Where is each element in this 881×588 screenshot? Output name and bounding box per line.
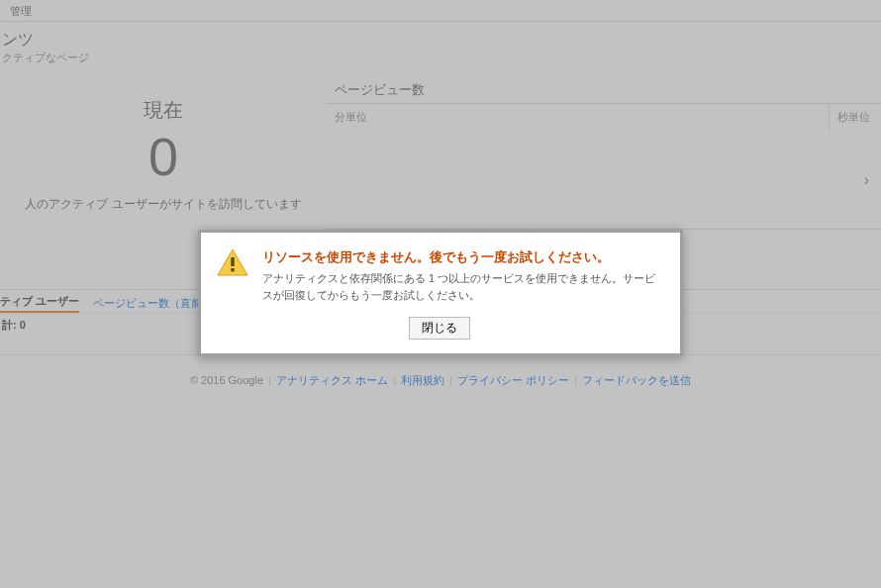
error-dialog: リソースを使用できません。後でもう一度お試しください。 アナリティクスと依存関係…: [198, 230, 683, 356]
close-button[interactable]: 閉じる: [409, 317, 470, 340]
svg-rect-1: [231, 257, 234, 266]
dialog-message: アナリティクスと依存関係にある 1 つ以上のサービスを使用できません。サービスが…: [262, 270, 662, 303]
svg-rect-2: [231, 268, 234, 271]
warning-icon: [217, 248, 248, 276]
dialog-title: リソースを使用できません。後でもう一度お試しください。: [262, 248, 662, 266]
